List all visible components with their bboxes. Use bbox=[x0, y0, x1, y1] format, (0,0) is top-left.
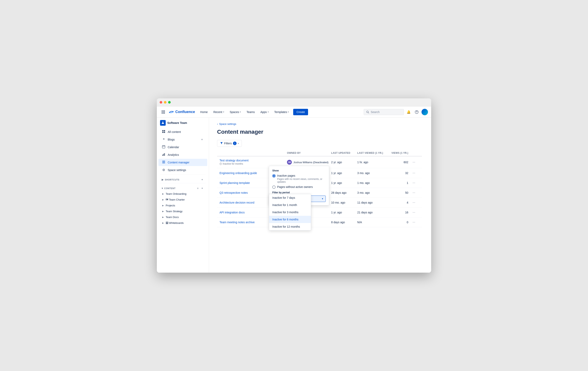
svg-rect-26 bbox=[162, 162, 165, 162]
space-name: Software Team bbox=[167, 121, 187, 124]
avatar-initials: JW bbox=[287, 160, 292, 165]
owner-name: Joshua Williams (Deactivated) bbox=[294, 161, 328, 164]
more-actions-button[interactable]: ··· bbox=[411, 220, 416, 225]
close-button[interactable] bbox=[160, 101, 162, 103]
shortcuts-toggle[interactable]: ▶ bbox=[162, 178, 164, 181]
svg-rect-24 bbox=[164, 153, 165, 156]
notifications-icon[interactable]: 🔔 bbox=[405, 109, 412, 115]
sidebar-item-calendar[interactable]: Calendar bbox=[158, 144, 207, 151]
cell-last-viewed: 21 days ago bbox=[357, 211, 387, 214]
more-actions-button[interactable]: ··· bbox=[411, 190, 416, 195]
tree-item-team-strategy[interactable]: ▶ Team Strategy bbox=[158, 209, 207, 214]
tree-toggle-icon[interactable]: ▶ bbox=[162, 193, 165, 195]
content-manager-icon bbox=[162, 160, 166, 165]
tree-item-team-docs[interactable]: ▶ Team Docs bbox=[158, 214, 207, 220]
tree-item-label: 🗺 Team Charter bbox=[166, 198, 185, 201]
app-window: Confluence Home Recent ▾ Spaces ▾ Teams … bbox=[157, 98, 431, 273]
radio-no-active-owners[interactable]: Pages without active owners bbox=[272, 185, 326, 189]
select-chevron-icon: ▾ bbox=[322, 197, 323, 200]
breadcrumb-label: Space settings bbox=[219, 123, 236, 125]
nav-apps[interactable]: Apps ▾ bbox=[258, 109, 271, 115]
cell-last-updated: 2 yr. ago bbox=[331, 161, 357, 164]
space-settings-icon: ⚙ bbox=[162, 168, 166, 172]
tree-item-projects[interactable]: ▶ Projects bbox=[158, 203, 207, 208]
search-bar[interactable]: Search bbox=[364, 109, 404, 115]
cell-views: 32 bbox=[387, 171, 411, 175]
add-shortcut-icon[interactable]: + bbox=[200, 178, 204, 182]
maximize-button[interactable] bbox=[168, 101, 171, 103]
content-section: ▾ CONTENT ≡ + bbox=[158, 185, 207, 191]
more-actions-button[interactable]: ··· bbox=[411, 171, 416, 175]
more-actions-button[interactable]: ··· bbox=[411, 200, 416, 205]
tree-item-label: Team Docs bbox=[166, 216, 179, 219]
radio-option-content2: Pages without active owners bbox=[277, 185, 313, 188]
sidebar-divider-1 bbox=[160, 175, 206, 175]
sidebar-item-all-content[interactable]: All content bbox=[158, 128, 207, 135]
radio-inactive-pages[interactable]: Inactive pages Pages with no recent view… bbox=[272, 174, 326, 183]
svg-rect-7 bbox=[163, 113, 164, 114]
filter-button[interactable]: Filters 1 ▾ bbox=[217, 140, 242, 147]
cell-last-viewed: 11 days ago bbox=[357, 201, 387, 204]
col-last-viewed: Last viewed (1 yr.) bbox=[357, 152, 387, 155]
space-header[interactable]: Software Team bbox=[157, 118, 209, 128]
nav-recent[interactable]: Recent ▾ bbox=[211, 109, 226, 115]
add-content-icon[interactable]: + bbox=[200, 186, 204, 190]
search-placeholder: Search bbox=[371, 110, 379, 114]
breadcrumb[interactable]: ‹ Space settings bbox=[217, 123, 422, 125]
titlebar bbox=[157, 98, 431, 106]
period-dropdown-menu: Inactive for 7 days Inactive for 1 month… bbox=[269, 194, 311, 230]
period-option-12months[interactable]: Inactive for 12 months bbox=[269, 223, 311, 230]
filter-count-badge: 1 bbox=[233, 142, 237, 145]
confluence-logo[interactable]: Confluence bbox=[169, 110, 195, 114]
nav-templates[interactable]: Templates ▾ bbox=[272, 109, 291, 115]
space-icon bbox=[160, 120, 166, 126]
sidebar-item-space-settings[interactable]: ⚙ Space settings bbox=[158, 166, 207, 174]
content-toggle[interactable]: ▾ bbox=[162, 187, 163, 190]
sidebar-item-analytics[interactable]: Analytics bbox=[158, 151, 207, 158]
nav-spaces[interactable]: Spaces ▾ bbox=[228, 109, 243, 115]
nav-home[interactable]: Home bbox=[198, 109, 210, 115]
tree-item-team-onboarding[interactable]: ▶ Team Onboarding bbox=[158, 191, 207, 196]
sidebar-item-blogs[interactable]: ❝ Blogs + bbox=[158, 136, 207, 143]
tree-toggle-icon[interactable]: ▶ bbox=[162, 198, 165, 201]
period-option-1month[interactable]: Inactive for 1 month bbox=[269, 201, 311, 209]
sidebar-label-blogs: Blogs bbox=[168, 138, 175, 141]
cell-last-updated: 28 days ago bbox=[331, 191, 357, 194]
calendar-icon bbox=[162, 145, 166, 149]
sidebar-item-content-manager[interactable]: Content manager bbox=[158, 159, 207, 166]
period-option-7days[interactable]: Inactive for 7 days bbox=[269, 194, 311, 201]
col-owner: Owned by bbox=[287, 152, 331, 155]
grid-icon[interactable] bbox=[160, 109, 167, 115]
cell-last-updated: 1 yr. ago bbox=[331, 211, 357, 214]
tree-item-team-charter[interactable]: ▶ 🗺 Team Charter bbox=[158, 197, 207, 202]
sort-content-icon[interactable]: ≡ bbox=[196, 186, 200, 190]
more-actions-button[interactable]: ··· bbox=[411, 210, 416, 215]
more-actions-button[interactable]: ··· bbox=[411, 160, 416, 165]
create-button[interactable]: Create bbox=[293, 109, 308, 115]
minimize-button[interactable] bbox=[164, 101, 167, 103]
page-link[interactable]: Test strategy document bbox=[220, 159, 287, 162]
tree-toggle-icon[interactable]: ▶ bbox=[162, 216, 165, 218]
tree-item-whiteboards[interactable]: ▶ 🖼 Whiteboards bbox=[158, 220, 207, 226]
tree-toggle-icon[interactable]: ▶ bbox=[162, 204, 165, 206]
period-option-3months[interactable]: Inactive for 3 months bbox=[269, 209, 311, 216]
period-option-6months[interactable]: Inactive for 6 months bbox=[269, 216, 311, 223]
shortcuts-header: ▶ SHORTCUTS + bbox=[162, 178, 204, 182]
cell-views: 50 bbox=[387, 191, 411, 194]
nav-teams[interactable]: Teams bbox=[244, 109, 257, 115]
svg-rect-8 bbox=[164, 113, 165, 114]
tree-item-label: Team Strategy bbox=[166, 210, 183, 213]
svg-point-13 bbox=[162, 122, 163, 123]
tree-toggle-icon[interactable]: ▶ bbox=[162, 210, 165, 212]
add-blog-icon[interactable]: + bbox=[200, 137, 204, 142]
cell-last-viewed: 3 mo. ago bbox=[357, 191, 387, 194]
sidebar-divider-2 bbox=[160, 183, 206, 183]
tree-toggle-icon[interactable]: ▶ bbox=[162, 222, 165, 224]
svg-rect-15 bbox=[164, 130, 165, 131]
user-avatar[interactable] bbox=[421, 109, 428, 115]
tree-item-label: Projects bbox=[166, 204, 175, 207]
filter-icon bbox=[220, 142, 223, 145]
help-icon[interactable] bbox=[413, 109, 420, 115]
shortcuts-section: ▶ SHORTCUTS + bbox=[158, 176, 207, 182]
more-actions-button[interactable]: ··· bbox=[411, 180, 416, 185]
